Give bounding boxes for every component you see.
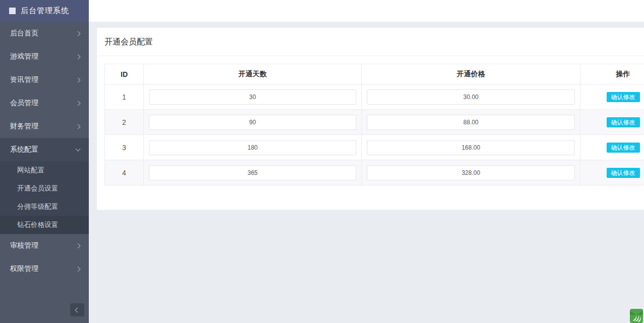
row-id: 1 [105, 84, 144, 110]
header-price: 开通价格 [362, 64, 580, 84]
price-input[interactable] [367, 115, 575, 130]
sidebar-item-finance[interactable]: 财务管理 [0, 115, 89, 138]
app-logo-icon [9, 8, 16, 14]
confirm-edit-button[interactable]: 确认修改 [607, 168, 640, 178]
sidebar-subitem-member-settings[interactable]: 开通会员设置 [0, 179, 89, 198]
table-wrapper: ID 开通天数 开通价格 操作 1 确认修改 [104, 64, 644, 210]
days-input[interactable] [149, 115, 356, 130]
sidebar-item-system-config[interactable]: 系统配置 [0, 138, 89, 161]
chevron-right-icon [76, 101, 81, 106]
sidebar: 后台管理系统 后台首页 游戏管理 资讯管理 会员管理 财务管理 [0, 0, 89, 323]
table-row: 4 确认修改 [105, 160, 644, 186]
days-input[interactable] [149, 89, 356, 105]
sidebar-nav: 后台首页 游戏管理 资讯管理 会员管理 财务管理 系统配置 [0, 22, 89, 323]
sidebar-item-games[interactable]: 游戏管理 [0, 45, 89, 68]
green-plugin-icon[interactable] [630, 309, 643, 323]
top-bar [89, 0, 644, 22]
sidebar-subitem-commission-levels[interactable]: 分佣等级配置 [0, 198, 89, 216]
page-title: 开通会员配置 [104, 37, 636, 48]
sidebar-subitem-site-config[interactable]: 网站配置 [0, 161, 89, 179]
content-area: 开通会员配置 ID 开通天数 开通价格 操作 [89, 22, 644, 323]
sidebar-item-audit[interactable]: 审核管理 [0, 234, 89, 257]
sidebar-collapse-button[interactable] [70, 303, 84, 316]
table-row: 2 确认修改 [105, 110, 644, 135]
app-title: 后台管理系统 [21, 6, 69, 16]
chevron-right-icon [76, 54, 81, 59]
days-input[interactable] [149, 165, 356, 180]
sidebar-subitem-diamond-price[interactable]: 钻石价格设置 [0, 216, 89, 234]
member-config-table: ID 开通天数 开通价格 操作 1 确认修改 [104, 64, 644, 186]
chevron-right-icon [76, 77, 81, 82]
header-action: 操作 [580, 64, 644, 84]
sidebar-item-news[interactable]: 资讯管理 [0, 68, 89, 91]
confirm-edit-button[interactable]: 确认修改 [607, 117, 640, 127]
chevron-down-icon [76, 147, 81, 152]
system-config-submenu: 网站配置 开通会员设置 分佣等级配置 钻石价格设置 [0, 161, 89, 234]
chevron-right-icon [76, 266, 81, 271]
admin-app: 后台管理系统 后台首页 游戏管理 资讯管理 会员管理 财务管理 [0, 0, 644, 323]
row-id: 4 [105, 160, 144, 186]
header-id: ID [105, 64, 144, 84]
table-header-row: ID 开通天数 开通价格 操作 [105, 64, 644, 84]
table-row: 1 确认修改 [105, 84, 644, 110]
days-input[interactable] [149, 140, 356, 155]
price-input[interactable] [367, 165, 575, 180]
chevron-right-icon [76, 243, 81, 248]
sidebar-header: 后台管理系统 [0, 0, 89, 22]
main-area: 开通会员配置 ID 开通天数 开通价格 操作 [89, 0, 644, 323]
chevron-right-icon [76, 124, 81, 129]
header-days: 开通天数 [144, 64, 362, 84]
confirm-edit-button[interactable]: 确认修改 [607, 92, 640, 102]
card-header: 开通会员配置 [97, 28, 644, 56]
chevron-right-icon [76, 31, 81, 36]
sidebar-item-members[interactable]: 会员管理 [0, 91, 89, 115]
chevron-left-icon [75, 307, 80, 312]
member-config-card: 开通会员配置 ID 开通天数 开通价格 操作 [97, 28, 644, 210]
price-input[interactable] [367, 89, 575, 105]
row-id: 2 [105, 110, 144, 135]
row-id: 3 [105, 135, 144, 160]
confirm-edit-button[interactable]: 确认修改 [607, 143, 640, 153]
sidebar-item-dashboard[interactable]: 后台首页 [0, 22, 89, 45]
price-input[interactable] [367, 140, 575, 155]
sidebar-item-permissions[interactable]: 权限管理 [0, 257, 89, 281]
table-row: 3 确认修改 [105, 135, 644, 160]
